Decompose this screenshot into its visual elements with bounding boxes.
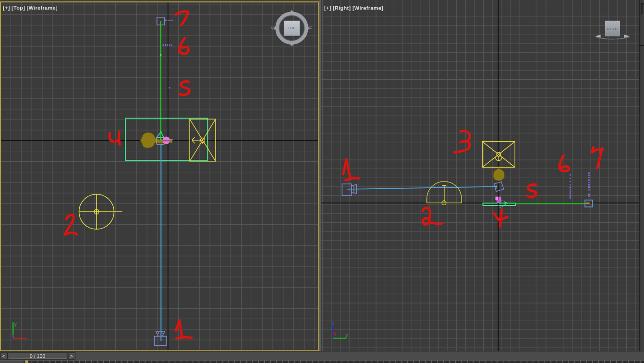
svg-text:W: W: [271, 26, 276, 31]
svg-text:<: <: [2, 354, 5, 360]
svg-text:[+] [Right] [Wireframe]: [+] [Right] [Wireframe]: [324, 5, 383, 11]
svg-text:RIGHT: RIGHT: [607, 27, 619, 31]
svg-text:TOP: TOP: [288, 26, 295, 30]
svg-text:E: E: [309, 26, 313, 31]
svg-text:[+] [Top] [Wireframe]: [+] [Top] [Wireframe]: [3, 5, 58, 11]
svg-text:z: z: [12, 333, 14, 339]
svg-text:y: y: [14, 321, 17, 327]
svg-text:>: >: [70, 354, 73, 360]
svg-text:z: z: [332, 321, 334, 326]
svg-text:y: y: [345, 332, 348, 338]
svg-text:0 / 100: 0 / 100: [30, 353, 45, 359]
svg-text:x: x: [23, 333, 26, 338]
